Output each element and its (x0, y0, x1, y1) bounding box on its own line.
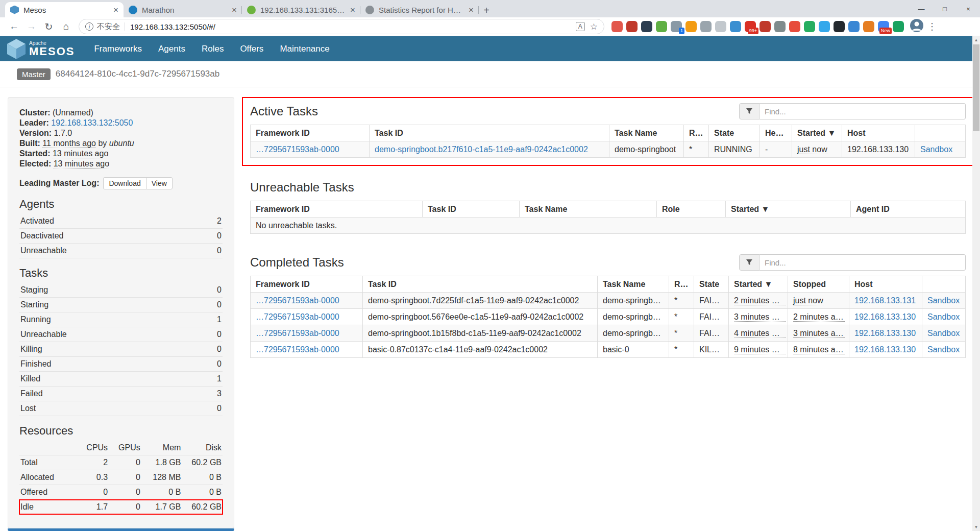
col-state[interactable]: State (709, 125, 760, 141)
tab-close-icon[interactable]: × (469, 6, 474, 14)
sandbox-link[interactable]: Sandbox (927, 345, 960, 354)
col-host[interactable]: Host (849, 276, 922, 293)
close-button[interactable]: × (957, 0, 980, 17)
col-task-name[interactable]: Task Name (598, 276, 669, 293)
extension-icon[interactable] (715, 21, 726, 32)
col-disk: Disk (182, 441, 223, 455)
filter-button[interactable] (739, 254, 760, 271)
scrollbar-thumb[interactable] (973, 44, 979, 131)
extension-icon[interactable] (834, 21, 845, 32)
host-link[interactable]: 192.168.133.130 (854, 345, 916, 354)
task-id-link[interactable]: demo-springboot.b217f610-c1a5-11e9-aaf9-… (375, 145, 588, 154)
forward-icon[interactable]: → (23, 19, 39, 35)
framework-id-link[interactable]: …7295671593ab-0000 (256, 329, 339, 337)
role-cell: * (669, 342, 694, 358)
browser-menu-icon[interactable]: ⋮ (924, 21, 940, 32)
col-task-id[interactable]: Task ID (370, 125, 609, 141)
extension-icon[interactable] (863, 21, 874, 32)
col-agent-id[interactable]: Agent ID (851, 201, 966, 218)
col-state[interactable]: State (694, 276, 729, 293)
tab-close-icon[interactable]: × (232, 6, 237, 14)
col-role[interactable]: Role (684, 125, 709, 141)
extension-icon[interactable] (760, 21, 771, 32)
col-stopped[interactable]: Stopped (788, 276, 849, 293)
sandbox-link[interactable]: Sandbox (927, 296, 960, 305)
reload-icon[interactable]: ↻ (41, 19, 57, 35)
nav-item-offers[interactable]: Offers (232, 36, 272, 61)
profile-avatar[interactable] (910, 19, 923, 34)
col-task-name[interactable]: Task Name (520, 201, 657, 218)
extension-icon[interactable] (730, 21, 741, 32)
view-log-button[interactable]: View (146, 177, 173, 189)
tab-marathon[interactable]: Marathon × (124, 2, 242, 17)
col-role[interactable]: Role (657, 201, 726, 218)
col-health[interactable]: Health (760, 125, 792, 141)
col-task-name[interactable]: Task Name (609, 125, 684, 141)
host-link[interactable]: 192.168.133.130 (854, 329, 916, 337)
col-framework-id[interactable]: Framework ID (251, 276, 363, 293)
tab-close-icon[interactable]: × (113, 6, 118, 14)
framework-id-link[interactable]: …7295671593ab-0000 (256, 296, 339, 305)
divider (125, 22, 125, 31)
page-info-icon[interactable]: i (85, 22, 93, 31)
extension-icon[interactable] (848, 21, 860, 32)
extension-icon[interactable]: New (878, 21, 889, 32)
extension-icon[interactable] (893, 21, 904, 32)
back-icon[interactable]: ← (6, 19, 22, 35)
extension-icon[interactable] (611, 21, 623, 32)
extension-icon[interactable] (700, 21, 712, 32)
bookmark-star-icon[interactable]: ☆ (590, 21, 598, 32)
col-role[interactable]: Role (669, 276, 694, 293)
extension-icon[interactable] (626, 21, 638, 32)
extension-icon[interactable] (804, 21, 815, 32)
page-scrollbar[interactable]: ▲ ▼ (972, 36, 980, 531)
extension-icon[interactable] (641, 21, 652, 32)
scroll-down-icon[interactable]: ▼ (972, 523, 980, 531)
col-task-id[interactable]: Task ID (423, 201, 520, 218)
extension-icon[interactable]: 1 (671, 21, 682, 32)
extension-icon[interactable] (789, 21, 800, 32)
completed-task-row: …7295671593ab-0000 demo-springboot.7d225… (251, 293, 966, 309)
active-tasks-find-input[interactable] (760, 103, 966, 119)
tab-mesos[interactable]: Mesos × (5, 2, 124, 17)
col-started[interactable]: Started ▼ (726, 201, 851, 218)
nav-item-frameworks[interactable]: Frameworks (86, 36, 150, 61)
address-bar[interactable]: i 不安全 192.168.133.132:5050/#/ A ☆ (79, 19, 604, 34)
leader-link[interactable]: 192.168.133.132:5050 (51, 118, 133, 127)
host-link[interactable]: 192.168.133.130 (854, 312, 916, 321)
extension-icon[interactable] (774, 21, 786, 32)
host-link[interactable]: 192.168.133.131 (854, 296, 916, 305)
col-framework-id[interactable]: Framework ID (251, 125, 370, 141)
scroll-up-icon[interactable]: ▲ (972, 36, 980, 44)
nav-item-agents[interactable]: Agents (150, 36, 193, 61)
framework-id-link[interactable]: …7295671593ab-0000 (256, 312, 339, 321)
col-host[interactable]: Host (842, 125, 915, 141)
extension-icon[interactable] (685, 21, 697, 32)
tab-hello[interactable]: 192.168.133.131:31657/hello × (242, 2, 360, 17)
tab-haproxy[interactable]: Statistics Report for HAProxy × (360, 2, 479, 17)
filter-button[interactable] (739, 103, 760, 119)
sandbox-link[interactable]: Sandbox (927, 329, 960, 337)
extension-icon[interactable] (819, 21, 830, 32)
sandbox-link[interactable]: Sandbox (927, 312, 960, 321)
sandbox-link[interactable]: Sandbox (920, 145, 952, 154)
maximize-button[interactable]: □ (933, 0, 957, 17)
framework-id-link[interactable]: …7295671593ab-0000 (256, 345, 339, 354)
translate-icon[interactable]: A (576, 22, 585, 31)
home-icon[interactable]: ⌂ (58, 19, 74, 35)
col-framework-id[interactable]: Framework ID (251, 201, 423, 218)
completed-tasks-find-input[interactable] (760, 254, 966, 271)
nav-item-roles[interactable]: Roles (193, 36, 232, 61)
minimize-button[interactable]: — (910, 0, 933, 17)
extension-icon[interactable] (656, 21, 667, 32)
extension-icon[interactable]: 99+ (745, 21, 756, 32)
framework-id-link[interactable]: …7295671593ab-0000 (256, 145, 339, 154)
tab-close-icon[interactable]: × (350, 6, 355, 14)
download-log-button[interactable]: Download (103, 177, 146, 189)
col-started[interactable]: Started ▼ (792, 125, 842, 141)
mesos-logo[interactable]: Apache MESOS (7, 39, 75, 59)
nav-item-maintenance[interactable]: Maintenance (272, 36, 337, 61)
new-tab-button[interactable]: + (479, 3, 494, 17)
col-task-id[interactable]: Task ID (363, 276, 598, 293)
col-started[interactable]: Started ▼ (729, 276, 788, 293)
